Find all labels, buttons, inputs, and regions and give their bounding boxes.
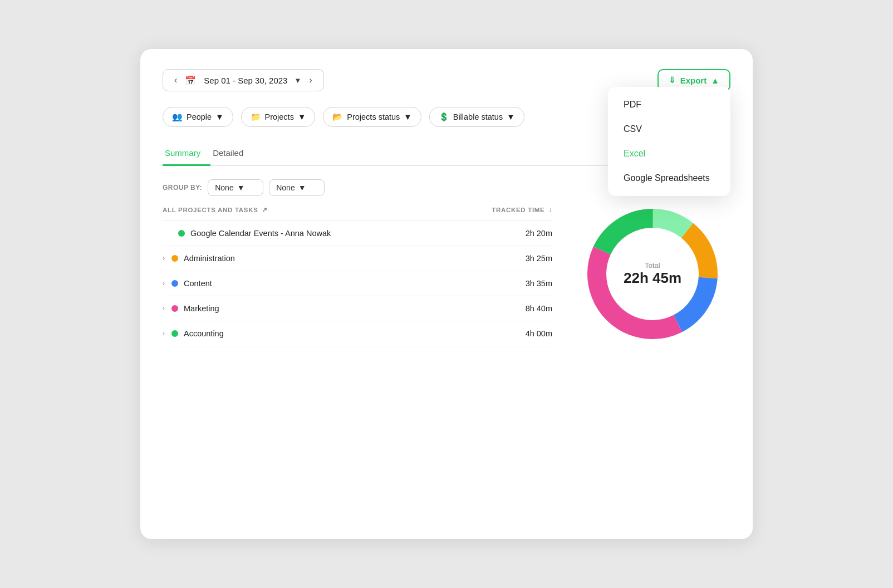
prev-date-button[interactable]: ‹ <box>171 74 180 86</box>
group-by-select-2[interactable]: None ▼ <box>269 179 325 196</box>
row-name-label: Accounting <box>184 329 224 338</box>
row-name-cell: › Content <box>163 271 449 296</box>
export-download-icon: ⇓ <box>669 75 676 85</box>
billable-icon: 💲 <box>439 112 449 122</box>
row-color-dot <box>171 305 178 312</box>
group-by-value-2: None <box>276 183 295 192</box>
billable-chevron-icon: ▼ <box>507 112 514 121</box>
row-color-dot <box>171 255 178 262</box>
row-name-cell: Google Calendar Events - Anna Nowak <box>163 221 449 246</box>
people-chevron-icon: ▼ <box>215 112 223 121</box>
group-by-chevron-2: ▼ <box>298 183 306 192</box>
export-excel[interactable]: Excel <box>608 141 730 166</box>
row-time-cell: 8h 40m <box>449 296 552 321</box>
people-icon: 👥 <box>172 112 183 122</box>
row-color-dot <box>171 280 178 287</box>
projects-chevron-icon: ▼ <box>298 112 306 121</box>
row-name-cell: › Administration <box>163 246 449 271</box>
export-chevron-icon: ▲ <box>711 76 719 85</box>
row-time-cell: 4h 00m <box>449 321 552 346</box>
table-row: › Marketing 8h 40m <box>163 296 552 321</box>
col-projects-header: ALL PROJECTS AND TASKS ↗ <box>163 206 449 221</box>
filter-projects-status[interactable]: 📂 Projects status ▼ <box>323 107 421 127</box>
export-label: Export <box>680 76 707 85</box>
billable-label: Billable status <box>453 112 503 121</box>
row-time-cell: 3h 25m <box>449 246 552 271</box>
total-label: Total <box>624 261 681 270</box>
export-csv[interactable]: CSV <box>608 117 730 141</box>
expand-row-icon[interactable]: › <box>163 305 165 312</box>
donut-chart: Total 22h 45m <box>580 202 725 346</box>
row-name-label: Marketing <box>184 304 219 313</box>
expand-row-icon[interactable]: › <box>163 280 165 287</box>
projects-status-chevron-icon: ▼ <box>404 112 411 121</box>
row-name-cell: › Accounting <box>163 321 449 346</box>
next-date-button[interactable]: › <box>306 74 315 86</box>
filter-people[interactable]: 👥 People ▼ <box>163 107 233 127</box>
row-name-label: Content <box>184 279 212 288</box>
projects-label: Projects <box>265 112 294 121</box>
date-chevron-icon: ▼ <box>294 76 301 85</box>
donut-center: Total 22h 45m <box>624 261 681 287</box>
row-name-label: Google Calendar Events - Anna Nowak <box>190 229 331 238</box>
projects-icon: 📁 <box>251 112 261 122</box>
expand-icon: ↗ <box>262 206 268 214</box>
content-area: GROUP BY: None ▼ None ▼ ALL PROJECTS AND… <box>163 179 730 346</box>
tab-detailed[interactable]: Detailed <box>210 143 253 166</box>
date-navigator: ‹ 📅 Sep 01 - Sep 30, 2023 ▼ › <box>163 69 324 91</box>
filter-projects[interactable]: 📁 Projects ▼ <box>241 107 316 127</box>
row-color-dot <box>171 330 178 337</box>
table-row: › Administration 3h 25m <box>163 246 552 271</box>
row-name-cell: › Marketing <box>163 296 449 321</box>
group-by-select-1[interactable]: None ▼ <box>208 179 263 196</box>
row-name-label: Administration <box>184 254 235 263</box>
expand-row-icon[interactable]: › <box>163 254 165 262</box>
group-by-label: GROUP BY: <box>163 184 202 192</box>
total-value: 22h 45m <box>624 270 681 287</box>
calendar-icon: 📅 <box>185 75 196 86</box>
row-time-cell: 2h 20m <box>449 221 552 246</box>
table-row: › Accounting 4h 00m <box>163 321 552 346</box>
group-by-row: GROUP BY: None ▼ None ▼ <box>163 179 552 196</box>
expand-row-icon[interactable]: › <box>163 330 165 337</box>
people-label: People <box>187 112 212 121</box>
row-time-cell: 3h 35m <box>449 271 552 296</box>
projects-status-label: Projects status <box>347 112 400 121</box>
row-color-dot <box>178 230 185 237</box>
table-section: GROUP BY: None ▼ None ▼ ALL PROJECTS AND… <box>163 179 552 346</box>
group-by-chevron-1: ▼ <box>237 183 245 192</box>
col-time-header: TRACKED TIME ↓ <box>449 206 552 221</box>
export-dropdown: PDF CSV Excel Google Spreadsheets <box>608 87 730 196</box>
filter-billable-status[interactable]: 💲 Billable status ▼ <box>429 107 524 127</box>
chart-section: Total 22h 45m <box>575 179 730 346</box>
export-pdf[interactable]: PDF <box>608 92 730 117</box>
table-row: Google Calendar Events - Anna Nowak 2h 2… <box>163 221 552 246</box>
main-card: ‹ 📅 Sep 01 - Sep 30, 2023 ▼ › ⇓ Export ▲… <box>140 49 753 539</box>
group-by-value-1: None <box>215 183 233 192</box>
table-row: › Content 3h 35m <box>163 271 552 296</box>
data-table: ALL PROJECTS AND TASKS ↗ TRACKED TIME ↓ <box>163 206 552 346</box>
sort-icon: ↓ <box>548 206 552 214</box>
export-google-spreadsheets[interactable]: Google Spreadsheets <box>608 166 730 190</box>
date-range-label: Sep 01 - Sep 30, 2023 <box>204 76 287 85</box>
tab-summary[interactable]: Summary <box>163 143 210 166</box>
projects-status-icon: 📂 <box>332 112 343 122</box>
